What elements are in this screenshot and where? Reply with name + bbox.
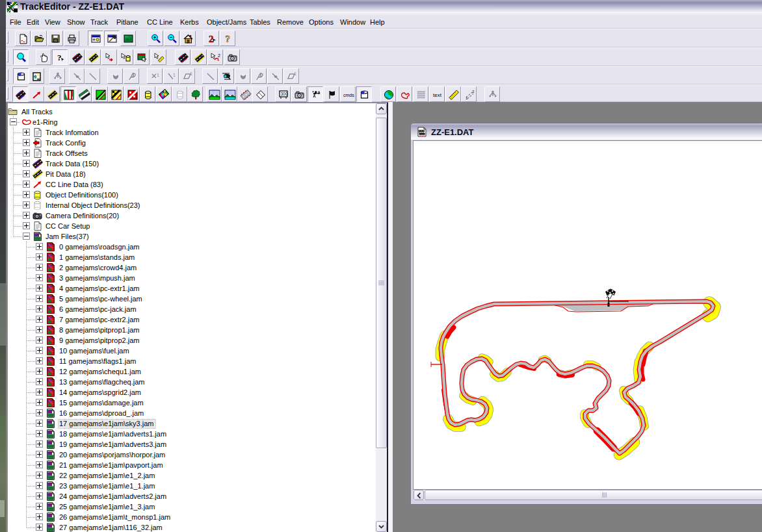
svg-text:1: 1 [173, 73, 176, 77]
svg-text:2: 2 [218, 53, 220, 58]
svg-text:?: ? [57, 53, 62, 62]
svg-text:1: 1 [157, 73, 159, 77]
svg-text:1: 1 [294, 71, 296, 76]
svg-text:300: 300 [281, 92, 288, 96]
svg-text:cmds: cmds [343, 93, 354, 97]
svg-text:2: 2 [472, 90, 475, 94]
svg-text:1: 1 [190, 71, 192, 76]
svg-text:text: text [433, 92, 442, 98]
svg-text:?: ? [226, 34, 231, 44]
